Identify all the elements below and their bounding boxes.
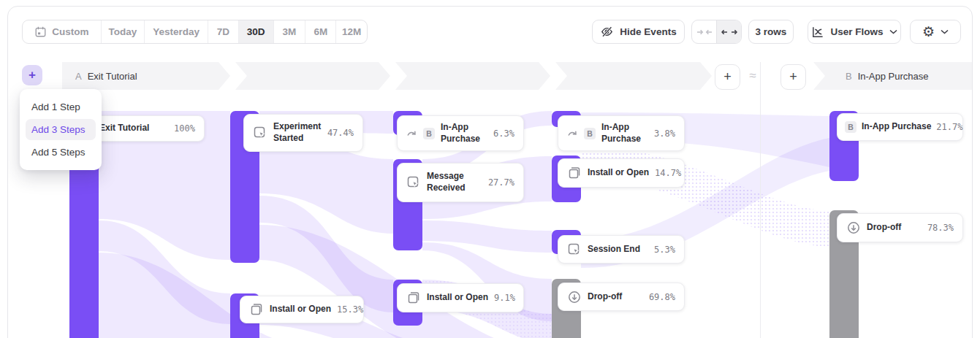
node-percent: 6.3% [493,128,514,139]
node-percent: 100% [174,123,195,134]
node-title: Session End [588,244,640,256]
flow-node-install-or-open[interactable]: Install or Open 15.3% [240,296,364,323]
date-range-label: 30D [247,26,265,37]
node-title: Exit Tutorial [99,123,149,134]
flow-node-experiment-started[interactable]: Experiment Started 47.4% [243,114,363,152]
node-percent: 78.3% [927,223,954,233]
collapse-columns-button[interactable] [692,20,716,43]
hide-events-label: Hide Events [620,26,676,37]
view-selector-button[interactable]: User Flows [808,20,901,44]
jump-arrow-icon [406,128,417,139]
plus-icon: + [723,69,732,85]
date-range-12m[interactable]: 12M [336,20,367,43]
chevron-down-icon [941,29,949,34]
add-step-a-button[interactable]: + [715,64,740,90]
section-divider [760,62,761,338]
view-selector-label: User Flows [830,26,883,37]
node-percent: 14.7% [655,168,681,178]
settings-button[interactable]: ⚙ [910,20,961,44]
date-range-label: Today [109,26,137,37]
eye-off-icon [600,25,614,39]
date-range-custom[interactable]: Custom [23,20,102,43]
node-title: Message Received [427,171,482,193]
flow-node-in-app-purchase[interactable]: B In-App Purchase 3.8% [558,115,685,151]
node-percent: 5.3% [654,245,675,255]
step-band[interactable] [395,62,550,90]
node-title: Drop-off [867,222,901,234]
node-title: In-App Purchase [862,121,931,133]
node-title: Experiment Started [273,121,322,144]
menu-item-add-5-steps[interactable]: Add 5 Steps [26,142,96,163]
menu-item-add-1-step[interactable]: Add 1 Step [26,96,96,118]
step-band[interactable] [555,62,712,90]
date-range-label: 7D [217,26,229,37]
node-title: Install or Open [588,167,649,179]
flow-node-in-app-purchase-b[interactable]: B In-App Purchase 21.7% [837,113,963,141]
anchor-b-badge: B [845,121,856,133]
flows-report-panel: Custom Today Yesterday 7D 30D 3M 6M 12M … [7,6,973,338]
date-range-yesterday[interactable]: Yesterday [145,20,208,43]
date-range-label: Yesterday [153,26,200,37]
rows-button[interactable]: 3 rows [748,20,794,44]
date-range-6m[interactable]: 6M [305,20,336,43]
arrows-inward-icon [696,28,713,37]
date-range-label: 3M [283,26,297,37]
event-icon [253,126,267,140]
dropoff-icon [567,290,582,304]
hide-events-button[interactable]: Hide Events [592,20,685,44]
node-percent: 3.8% [654,128,675,139]
menu-item-add-3-steps[interactable]: Add 3 Steps [26,119,96,140]
gear-icon: ⚙ [922,25,935,39]
step-a-header-band[interactable]: A Exit Tutorial [62,62,230,90]
date-range-3m[interactable]: 3M [274,20,306,43]
date-range-30d[interactable]: 30D [239,20,274,43]
anchor-b-badge: B [423,128,435,139]
flow-node-install-or-open[interactable]: Install or Open 14.7% [558,158,685,188]
flow-node-install-or-open[interactable]: Install or Open 9.1% [397,283,524,312]
flow-node-exit-tutorial[interactable]: Exit Tutorial 100% [90,115,205,142]
install-icon [567,166,582,180]
date-range-group: Custom Today Yesterday 7D 30D 3M 6M 12M [22,20,368,44]
step-b-header-band[interactable]: B In-App Purchase [813,62,972,90]
date-range-label: 12M [342,26,361,37]
flow-node-message-received[interactable]: Message Received 27.7% [397,163,524,202]
step-title: In-App Purchase [858,71,929,82]
date-range-today[interactable]: Today [102,20,145,43]
expand-columns-button[interactable] [716,20,741,43]
node-percent: 69.8% [649,292,675,302]
date-range-7d[interactable]: 7D [208,20,239,43]
step-band[interactable] [235,62,390,90]
arrows-outward-icon [721,28,737,37]
spacing-toggle [691,20,742,44]
step-letter: A [75,71,82,82]
add-step-b-button[interactable]: + [780,64,806,90]
install-icon [249,302,264,317]
node-percent: 15.3% [337,304,363,315]
chevron-down-icon [889,29,897,34]
date-range-label: Custom [52,26,88,37]
node-percent: 9.1% [494,293,515,303]
flows-chart-icon [811,26,824,39]
plus-icon: + [789,69,797,85]
node-percent: 47.4% [327,128,354,138]
step-letter: B [846,71,852,82]
add-step-menu-button[interactable]: + [22,65,42,85]
node-title: In-App Purchase [441,122,487,145]
flow-node-session-end[interactable]: Session End 5.3% [558,235,685,264]
node-title: Drop-off [588,291,622,303]
node-title: Install or Open [427,292,488,304]
event-icon [406,175,421,190]
jump-arrow-icon [567,128,578,139]
step-title: Exit Tutorial [88,71,137,82]
node-title: In-App Purchase [601,122,648,145]
flow-node-in-app-purchase[interactable]: B In-App Purchase 6.3% [397,115,524,151]
approx-icon: ≈ [742,69,763,83]
node-percent: 27.7% [488,177,514,188]
date-range-label: 6M [314,26,327,37]
plus-icon: + [29,68,36,82]
add-step-menu: Add 1 Step Add 3 Steps Add 5 Steps [20,89,102,170]
anchor-b-badge: B [584,128,596,139]
flow-node-drop-off[interactable]: Drop-off 69.8% [558,283,685,311]
flow-node-drop-off[interactable]: Drop-off 78.3% [837,213,963,242]
install-icon [406,291,421,305]
